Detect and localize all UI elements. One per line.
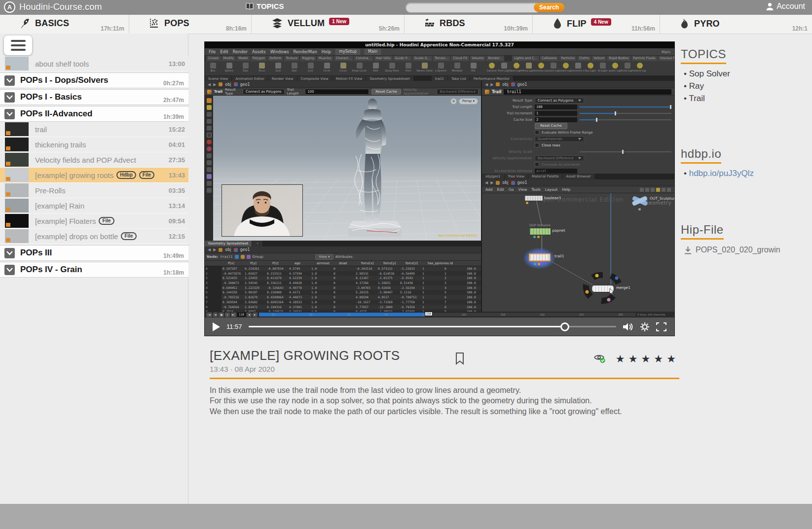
lesson-duration: 13:14 [169, 202, 185, 210]
section-header[interactable]: POPs II-Advanced 1h:39m [0, 106, 188, 122]
tab-rbds[interactable]: RBDS 10h:39m [405, 15, 533, 34]
section-header[interactable]: POPs I - Dops/Solvers 0h:27m [0, 72, 188, 88]
section-header[interactable]: POPs III 1h:49m [0, 245, 188, 261]
settings-gear-icon[interactable] [640, 322, 650, 332]
file-badge: File [99, 217, 114, 225]
shelf-tool: Area Light [522, 61, 535, 75]
list-item[interactable]: Velocity fields and POP Advect 27:35 [0, 152, 188, 168]
topics-header-label: TOPICS [257, 2, 284, 10]
lesson-duration: 04:01 [169, 141, 185, 148]
account-label: Account [776, 2, 805, 11]
tab-pyro-label: PYRO [694, 19, 720, 29]
right-sidebar: TOPICS Sop SolverRayTrail hdbp.io hdbp.i… [681, 47, 812, 254]
tab-vellum[interactable]: VELLUM 1 New 5h:26m [252, 15, 405, 34]
shelf-tool: Line [302, 61, 319, 75]
hdbp-link[interactable]: hdbp.io/puJ3yQlz [689, 169, 754, 178]
lesson-duration: 27:35 [169, 156, 185, 164]
star-icon[interactable]: ★ [616, 353, 628, 364]
list-item[interactable]: [example] Rain 13:14 [0, 198, 188, 213]
column-header: has_pprevious [427, 261, 449, 266]
tool-icon [340, 63, 346, 69]
video-controls: 11:57 [205, 317, 674, 336]
section-header[interactable]: POPs IV - Grain 1h:18m [0, 262, 188, 278]
progress-knob[interactable] [560, 322, 569, 331]
shelf-tab: Guide G... [412, 56, 432, 61]
watched-eye-icon[interactable] [593, 353, 606, 364]
timeline-tick: 96 [385, 313, 388, 317]
rating-stars[interactable]: ★★★★★ [616, 353, 679, 365]
bottom-strip [0, 504, 812, 529]
shelf-tab: Texture [284, 56, 299, 61]
brand[interactable]: A Houdini-Course.com [4, 1, 102, 13]
layers-icon [271, 18, 283, 29]
shelf-tool: Distant Light [559, 61, 572, 75]
star-icon[interactable]: ★ [666, 353, 679, 364]
transport-button: ▶| [231, 313, 237, 317]
video-player[interactable]: untitled.hip - Houdini Apprentice Non-Co… [205, 42, 674, 336]
column-header: force[y] [382, 261, 405, 266]
shelf-tool: Circle [319, 61, 335, 75]
shelf-tab: Cloths [577, 56, 591, 61]
column-header: P[y] [249, 261, 271, 266]
tool-icon [551, 63, 556, 69]
shelf-tab: Hair Utils [374, 56, 393, 61]
list-item-active[interactable]: [example] growing roots Hdbp File 13:43 [0, 168, 188, 183]
spreadsheet-tab: Geometry Spreadsheet [205, 241, 252, 247]
houdini-timeline: |◀◀■||▶| 110 ◀▶ 244872961201441681922162… [205, 312, 674, 317]
shelf-tool: Caustic Light [609, 61, 621, 75]
volume-icon[interactable] [623, 322, 633, 331]
shelf-tool: Box [205, 61, 221, 75]
list-item[interactable]: thickening trails 04:01 [0, 137, 188, 152]
shelf-tool: Null [286, 61, 302, 75]
lesson-duration: 09:54 [169, 217, 185, 225]
transport-button: ■ [219, 313, 224, 317]
lesson-thumbnail [5, 199, 29, 212]
tab-basics[interactable]: BASICS 17h:11m [0, 15, 129, 34]
star-icon[interactable]: ★ [654, 353, 666, 364]
shelf-tab: Polygon [251, 56, 267, 61]
tool-icon [292, 63, 297, 69]
geo-icon [234, 82, 238, 86]
list-item[interactable]: [example] Floaters File 09:54 [0, 213, 188, 229]
search-button[interactable]: Search [534, 3, 564, 12]
section-header[interactable]: POPs I - Basics 2h:47m [0, 89, 188, 105]
scatter-icon [149, 18, 160, 29]
list-item[interactable]: Pre-Rolls 03:35 [0, 183, 188, 198]
star-icon[interactable]: ★ [628, 353, 641, 364]
reset-cache-button: Reset Cache [535, 123, 567, 129]
play-button[interactable] [213, 322, 220, 331]
fullscreen-icon[interactable] [656, 322, 666, 331]
trail-op-icon [207, 90, 212, 94]
section-duration: 1h:49m [163, 252, 184, 259]
tab-pops-label: POPS [164, 18, 189, 29]
network-editor-pane: obj/geo1Tree ViewMaterial PaletteAsset B… [482, 174, 674, 312]
search-input[interactable] [406, 2, 541, 13]
chevron-down-icon [4, 109, 15, 119]
tab-flip[interactable]: FLIP 4 New 11h:56m [533, 15, 660, 34]
column-header: P[z] [271, 261, 294, 266]
list-item[interactable]: about shelf tools 13:00 [0, 56, 188, 71]
list-item[interactable]: trail 15:22 [0, 122, 188, 137]
tab-pyro[interactable]: PYRO 12h:1 [660, 15, 812, 34]
tool-icon [373, 63, 379, 69]
lesson-duration: 15:22 [169, 126, 185, 133]
shelf-tab: Guide P... [393, 56, 412, 61]
checkbox [535, 143, 539, 147]
lesson-thumbnail [5, 214, 29, 228]
shelf-tool: Platonic Solids [416, 61, 433, 75]
top-bar: A Houdini-Course.com TOPICS Search Accou… [0, 0, 812, 15]
star-icon[interactable]: ★ [641, 353, 654, 364]
shelf-tab: Particle Fluids [631, 56, 658, 61]
list-item[interactable]: [example] drops on bottle File 12:15 [0, 229, 188, 244]
progress-bar[interactable] [249, 326, 616, 327]
account-button[interactable]: Account [766, 2, 805, 11]
velocity-approximation-dropdown: Backward Difference [535, 155, 584, 161]
shelf-tool: Ambient Light [633, 61, 646, 75]
menu-toggle-button[interactable] [4, 35, 32, 55]
tab-pops[interactable]: POPS 8h:16m [129, 15, 252, 34]
bookmark-icon[interactable] [455, 352, 465, 365]
geo-icon [511, 181, 515, 185]
lesson-title: Velocity fields and POP Advect [35, 156, 136, 164]
hip-file-download[interactable]: POPS_020_020_growin [684, 246, 812, 254]
timeline-tick: 216 [579, 313, 584, 317]
